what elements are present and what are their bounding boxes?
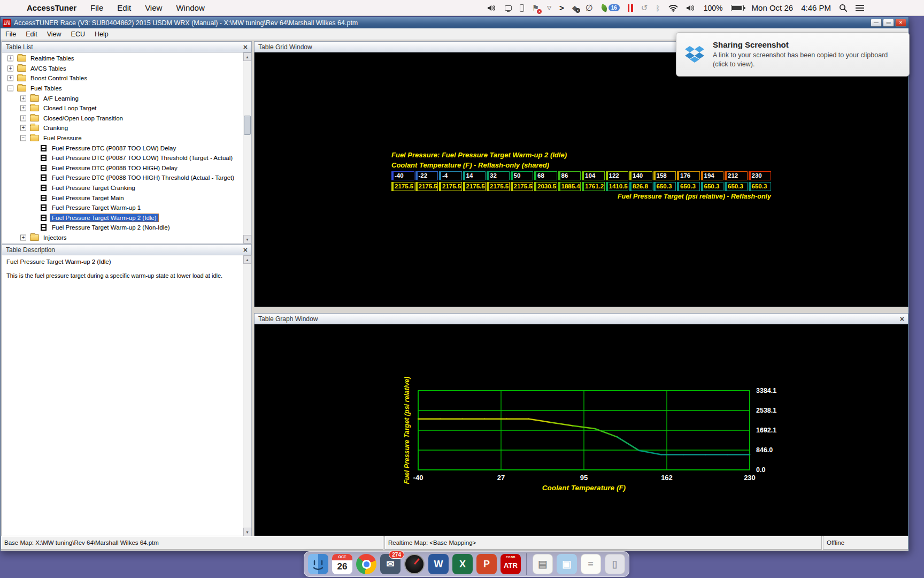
expander-icon[interactable]: + xyxy=(20,105,26,111)
grid-value-cell[interactable]: 2175.5 xyxy=(415,182,438,191)
dock-accesstuner-icon[interactable]: COBBATR xyxy=(500,554,521,574)
grid-value-cell[interactable]: 826.8 xyxy=(629,182,652,191)
wifi-icon[interactable] xyxy=(668,4,678,12)
expander-icon[interactable]: − xyxy=(7,86,13,92)
grid-column-header[interactable]: 122 xyxy=(606,171,629,180)
sharing-screenshot-notification[interactable]: Sharing Screenshot A link to your screen… xyxy=(676,32,910,77)
dock-word-icon[interactable]: W xyxy=(428,554,449,574)
battery-icon[interactable] xyxy=(731,5,744,11)
grid-column-header[interactable]: 176 xyxy=(677,171,700,180)
time-machine-icon[interactable]: ↺ xyxy=(641,3,648,13)
tree-item[interactable]: − Fuel Pressure xyxy=(2,133,243,143)
tree-item[interactable]: + A/F Learning xyxy=(2,93,243,103)
tree-item[interactable]: + Injectors xyxy=(2,233,243,243)
dropbox-status-icon[interactable]: ◆× xyxy=(572,4,578,12)
table-description-close-icon[interactable]: × xyxy=(243,246,248,254)
grid-column-header[interactable]: 194 xyxy=(701,171,724,180)
scroll-down-icon[interactable]: ▼ xyxy=(243,528,251,536)
grid-column-header[interactable]: 104 xyxy=(582,171,605,180)
scroll-up-icon[interactable]: ▲ xyxy=(243,52,251,61)
grid-column-header[interactable]: 140 xyxy=(629,171,652,180)
grid-value-cell[interactable]: 650.3 xyxy=(725,182,748,191)
dock-gauge-icon[interactable] xyxy=(404,554,425,574)
grid-value-cell[interactable]: 650.3 xyxy=(701,182,724,191)
grid-column-header[interactable]: 158 xyxy=(653,171,676,180)
tree-item[interactable]: Fuel Pressure Target Main xyxy=(2,193,243,203)
display-icon[interactable] xyxy=(505,5,512,11)
tree-item[interactable]: Fuel Pressure DTC (P0087 TOO LOW) Delay xyxy=(2,143,243,153)
dock-notes-icon[interactable]: ≡ xyxy=(581,554,601,574)
circle-icon[interactable]: ∅ xyxy=(586,3,593,13)
table-graph-close-icon[interactable]: × xyxy=(900,315,904,323)
grid-column-header[interactable]: 68 xyxy=(534,171,557,180)
grid-value-cell[interactable]: 2030.5 xyxy=(534,182,557,191)
scroll-thumb[interactable] xyxy=(244,116,251,135)
grid-column-header[interactable]: -22 xyxy=(415,171,438,180)
menubar-time[interactable]: 4:46 PM xyxy=(801,3,831,12)
sound-icon[interactable] xyxy=(686,4,696,12)
table-list-scrollbar[interactable]: ▲ ▼ xyxy=(243,52,251,244)
notification-list-icon[interactable] xyxy=(856,5,864,11)
grid-value-cell[interactable]: 650.3 xyxy=(653,182,676,191)
expander-icon[interactable]: + xyxy=(20,95,26,101)
grid-column-header[interactable]: -40 xyxy=(391,171,414,180)
grid-column-header[interactable]: -4 xyxy=(439,171,462,180)
tree-item[interactable]: Fuel Pressure DTC (P0088 TOO HIGH) Thres… xyxy=(2,173,243,183)
grid-value-cell[interactable]: 2175.5 xyxy=(463,182,486,191)
dock-document-icon[interactable]: ▤ xyxy=(533,554,553,574)
leaf-badge-icon[interactable]: 16 xyxy=(601,4,620,11)
expander-icon[interactable]: + xyxy=(7,56,13,62)
tree-item[interactable]: Fuel Pressure Target Cranking xyxy=(2,183,243,193)
macos-app-name[interactable]: AccessTuner xyxy=(27,3,76,12)
table-list-close-icon[interactable]: × xyxy=(243,43,248,51)
grid-value-cell[interactable]: 2175.5 xyxy=(391,182,414,191)
minimize-button[interactable]: — xyxy=(871,19,882,27)
tree-item[interactable]: − Fuel Tables xyxy=(2,83,243,94)
tree-item[interactable]: + Cranking xyxy=(2,123,243,133)
mac-menu-view[interactable]: View xyxy=(145,3,162,12)
grid-value-cell[interactable]: 2175.5 xyxy=(487,182,510,191)
bluetooth-icon[interactable]: ᛒ xyxy=(656,4,660,12)
dock-excel-icon[interactable]: X xyxy=(452,554,473,574)
grid-column-header[interactable]: 32 xyxy=(487,171,510,180)
grid-value-cell[interactable]: 650.3 xyxy=(749,182,772,191)
dock-finder-icon[interactable] xyxy=(308,554,328,574)
tree-item[interactable]: Fuel Pressure Target Warm-up 2 (Idle) xyxy=(2,213,243,223)
grid-value-cell[interactable]: 1410.5 xyxy=(606,182,629,191)
search-icon[interactable] xyxy=(839,4,848,12)
dock-screenshot-icon[interactable]: ▣ xyxy=(557,554,577,574)
tree-item[interactable]: Fuel Pressure DTC (P0087 TOO LOW) Thresh… xyxy=(2,153,243,163)
grid-column-header[interactable]: 86 xyxy=(558,171,581,180)
tree-item[interactable]: + AVCS Tables xyxy=(2,64,243,74)
scroll-down-icon[interactable]: ▼ xyxy=(243,235,251,244)
tree-item[interactable]: Fuel Pressure DTC (P0088 TOO HIGH) Delay xyxy=(2,163,243,173)
dock-mail-icon[interactable]: ✉274 xyxy=(380,554,401,574)
scroll-up-icon[interactable]: ▲ xyxy=(243,255,251,264)
shell-chevron-icon[interactable]: > xyxy=(559,3,564,12)
battery-slim-icon[interactable] xyxy=(520,4,524,12)
description-scrollbar[interactable]: ▲ ▼ xyxy=(243,255,251,536)
expander-icon[interactable]: + xyxy=(20,115,26,121)
grid-value-cell[interactable]: 2175.5 xyxy=(439,182,462,191)
grid-value-cell[interactable]: 2175.5 xyxy=(511,182,534,191)
expander-icon[interactable]: + xyxy=(20,234,26,240)
grid-value-cell[interactable]: 1885.4 xyxy=(558,182,581,191)
grid-value-cell[interactable]: 650.3 xyxy=(677,182,700,191)
expander-icon[interactable]: + xyxy=(20,125,26,131)
app-menu-help[interactable]: Help xyxy=(90,31,113,38)
expander-icon[interactable]: + xyxy=(7,75,13,81)
tree-item[interactable]: Fuel Pressure Target Warm-up 2 (Non-Idle… xyxy=(2,223,243,233)
grid-column-header[interactable]: 212 xyxy=(725,171,748,180)
dock-calendar-icon[interactable]: OCT26 xyxy=(332,554,352,574)
window-titlebar[interactable]: COBBATR AccessTUNER Race (V3: SUB0404862… xyxy=(1,17,908,28)
dock-powerpoint-icon[interactable]: P xyxy=(476,554,497,574)
tree-item[interactable]: + Boost Control Tables xyxy=(2,73,243,83)
volume-icon[interactable] xyxy=(487,4,497,12)
app-menu-edit[interactable]: Edit xyxy=(21,31,42,38)
app-menu-view[interactable]: View xyxy=(42,31,66,38)
tree-item[interactable]: + Realtime Tables xyxy=(2,54,243,64)
expander-icon[interactable]: − xyxy=(20,135,26,141)
dropdown-caret-icon[interactable]: ▽ xyxy=(547,5,551,11)
grid-value-cell[interactable]: 1761.2 xyxy=(582,182,605,191)
grid-column-header[interactable]: 14 xyxy=(463,171,486,180)
